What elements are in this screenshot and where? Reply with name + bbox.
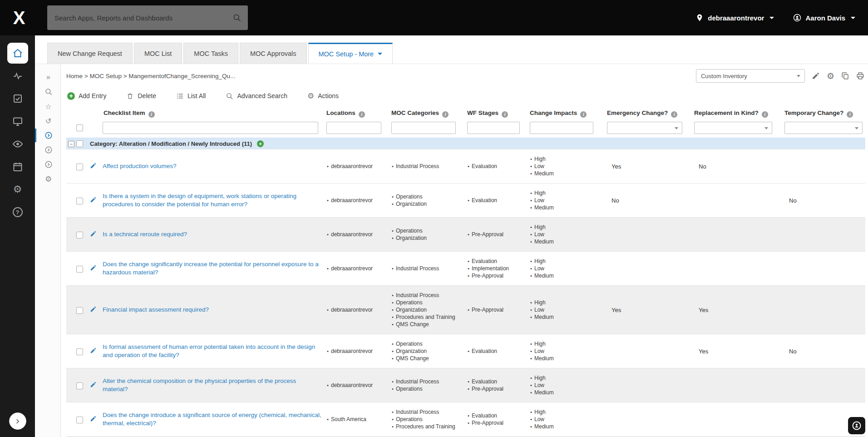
copy-view-button[interactable] xyxy=(841,72,849,80)
sidebar-item-help[interactable]: ? xyxy=(7,202,28,223)
inventory-view-select[interactable]: Custom Inventory xyxy=(696,69,805,83)
sidebar-item-calendar[interactable] xyxy=(7,156,28,177)
table-row: Financial impact assessment required?deb… xyxy=(66,286,865,334)
sidebar-item-settings[interactable]: ⚙ xyxy=(7,179,28,200)
row-checkbox[interactable] xyxy=(76,198,83,204)
moc-categories-filter-input[interactable] xyxy=(391,122,456,134)
list-item: Evaluation xyxy=(467,197,526,204)
edit-entry-icon[interactable] xyxy=(90,264,97,271)
row-checkbox[interactable] xyxy=(76,307,83,314)
advanced-search-button[interactable]: Advanced Search xyxy=(226,92,287,100)
pending-view-icon[interactable] xyxy=(35,143,60,157)
change-impacts-filter-input[interactable] xyxy=(530,122,593,134)
sidebar-item-dashboards[interactable] xyxy=(7,111,28,132)
locations-filter-input[interactable] xyxy=(326,122,381,134)
edit-entry-icon[interactable] xyxy=(90,162,97,169)
info-icon[interactable]: i xyxy=(502,111,508,118)
panel-search-icon[interactable] xyxy=(35,85,60,99)
replacement-in-kind-cell: Yes xyxy=(694,286,784,334)
edit-view-button[interactable] xyxy=(812,72,820,80)
sidebar-item-views[interactable] xyxy=(7,134,28,154)
checklist-item-link[interactable]: Does the change introduce a significant … xyxy=(103,411,323,427)
info-icon[interactable]: i xyxy=(762,111,768,118)
view-settings-button[interactable]: ⚙ xyxy=(827,72,834,80)
tab-moc-list[interactable]: MOC List xyxy=(134,43,182,64)
select-all-checkbox[interactable] xyxy=(76,124,83,131)
pencil-icon xyxy=(90,381,97,388)
sidebar-item-tasks[interactable] xyxy=(7,88,28,109)
checklist-item-link[interactable]: Is there a system in the design of equip… xyxy=(103,192,323,209)
checklist-item-filter-input[interactable] xyxy=(103,122,318,134)
checklist-item-link[interactable]: Is formal assessment of human error pote… xyxy=(103,343,323,359)
info-icon[interactable]: i xyxy=(148,111,155,118)
checklist-item-link[interactable]: Affect production volumes? xyxy=(103,162,177,170)
info-icon[interactable]: i xyxy=(671,111,677,118)
wf-stages-filter-input[interactable] xyxy=(467,122,520,134)
temporary-change-cell: No xyxy=(784,334,865,368)
print-button[interactable] xyxy=(856,72,864,80)
search-icon[interactable] xyxy=(232,13,242,22)
edit-cell xyxy=(90,252,103,286)
privacy-cookie-button[interactable] xyxy=(848,417,865,434)
sidebar-item-home[interactable] xyxy=(7,43,28,64)
tab-moc-tasks[interactable]: MOC Tasks xyxy=(183,43,238,64)
collapse-group-icon[interactable]: − xyxy=(68,141,74,147)
row-checkbox[interactable] xyxy=(76,266,83,273)
user-menu[interactable]: Aaron Davis xyxy=(793,14,855,22)
tab-moc-approvals[interactable]: MOC Approvals xyxy=(240,43,307,64)
delete-button[interactable]: Delete xyxy=(126,92,156,100)
checklist-item-link[interactable]: Does the change significantly increase t… xyxy=(103,260,323,277)
tab-new-change-request[interactable]: New Change Request xyxy=(47,43,133,64)
checklist-item-link[interactable]: Financial impact assessment required? xyxy=(103,306,209,314)
expand-panel-icon[interactable]: » xyxy=(35,70,60,84)
completed-view-icon[interactable] xyxy=(35,158,60,171)
actions-button[interactable]: ⚙ Actions xyxy=(307,92,339,100)
add-to-category-icon[interactable]: + xyxy=(257,140,264,147)
checklist-item-cell: Does the change significantly increase t… xyxy=(103,252,326,286)
group-checkbox[interactable] xyxy=(76,140,83,147)
list-item: High xyxy=(530,155,603,163)
history-icon[interactable]: ↺ xyxy=(35,114,60,128)
column-header-replacement-in-kind: Replacement in Kind? xyxy=(694,109,759,116)
favorites-icon[interactable]: ☆ xyxy=(35,99,60,113)
checklist-item-link[interactable]: Is a technical reroute required? xyxy=(103,230,187,238)
info-icon[interactable]: i xyxy=(442,111,449,118)
edit-entry-icon[interactable] xyxy=(90,347,97,354)
global-search-input[interactable] xyxy=(54,14,232,22)
replacement-in-kind-cell: Yes xyxy=(694,334,784,368)
emergency-change-cell: Yes xyxy=(607,149,694,184)
intelex-logo[interactable]: X xyxy=(8,7,30,29)
edit-entry-icon[interactable] xyxy=(90,306,97,313)
list-item: Medium xyxy=(530,313,603,321)
list-all-button[interactable]: List All xyxy=(176,92,206,100)
row-checkbox[interactable] xyxy=(76,348,83,355)
sidebar-expand-button[interactable] xyxy=(9,412,26,430)
tab-moc-setup-more[interactable]: MOC Setup - More xyxy=(308,43,393,64)
row-checkbox[interactable] xyxy=(76,232,83,238)
checklist-item-link[interactable]: Alter the chemical composition or the ph… xyxy=(103,377,323,393)
row-checkbox[interactable] xyxy=(76,417,83,423)
column-header-change-impacts: Change Impacts xyxy=(530,109,577,116)
list-item: Industrial Process xyxy=(391,378,464,385)
change-impacts-cell: HighLowMedium xyxy=(530,334,607,368)
info-icon[interactable]: i xyxy=(847,111,853,118)
replacement-in-kind-filter-select[interactable] xyxy=(694,122,772,134)
info-icon[interactable]: i xyxy=(580,111,587,118)
temporary-change-filter-select[interactable] xyxy=(784,122,863,134)
temporary-change-cell: No xyxy=(784,184,865,218)
edit-entry-icon[interactable] xyxy=(90,415,97,422)
edit-entry-icon[interactable] xyxy=(90,230,97,237)
add-entry-button[interactable]: + Add Entry xyxy=(67,92,106,100)
emergency-change-filter-select[interactable] xyxy=(607,122,682,134)
sidebar-item-activity[interactable] xyxy=(7,65,28,86)
row-checkbox[interactable] xyxy=(76,382,83,389)
info-icon[interactable]: i xyxy=(359,111,365,118)
panel-settings-icon[interactable]: ⚙ xyxy=(35,172,60,186)
location-selector[interactable]: debraaarontrevor xyxy=(695,14,774,22)
edit-entry-icon[interactable] xyxy=(90,196,97,203)
emergency-change-cell xyxy=(607,334,694,368)
edit-entry-icon[interactable] xyxy=(90,381,97,388)
filter-row xyxy=(66,120,865,138)
current-view-icon[interactable] xyxy=(35,129,60,142)
row-checkbox[interactable] xyxy=(76,164,83,170)
